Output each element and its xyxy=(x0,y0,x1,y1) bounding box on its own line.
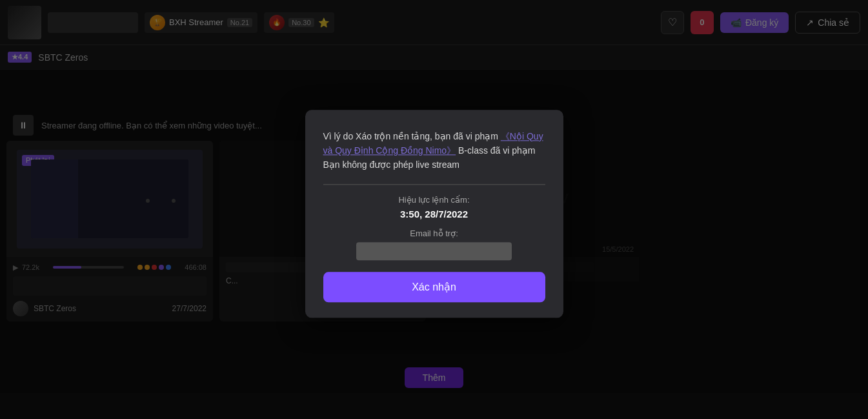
modal-text-1: Vì lý do Xáo trộn nền tảng, bạn đã vi ph… xyxy=(323,131,498,141)
ban-value: 3:50, 28/7/2022 xyxy=(323,209,545,220)
ban-duration-section: Hiệu lực lệnh cấm: 3:50, 28/7/2022 xyxy=(323,195,545,220)
modal-divider xyxy=(323,184,545,185)
confirm-button[interactable]: Xác nhận xyxy=(323,272,545,302)
email-box xyxy=(356,242,512,260)
modal-body: Vì lý do Xáo trộn nền tảng, bạn đã vi ph… xyxy=(323,129,545,172)
email-label: Email hỗ trợ: xyxy=(323,229,545,238)
email-section: Email hỗ trợ: xyxy=(323,229,545,260)
ban-label: Hiệu lực lệnh cấm: xyxy=(323,195,545,205)
ban-modal: Vì lý do Xáo trộn nền tảng, bạn đã vi ph… xyxy=(305,110,563,318)
